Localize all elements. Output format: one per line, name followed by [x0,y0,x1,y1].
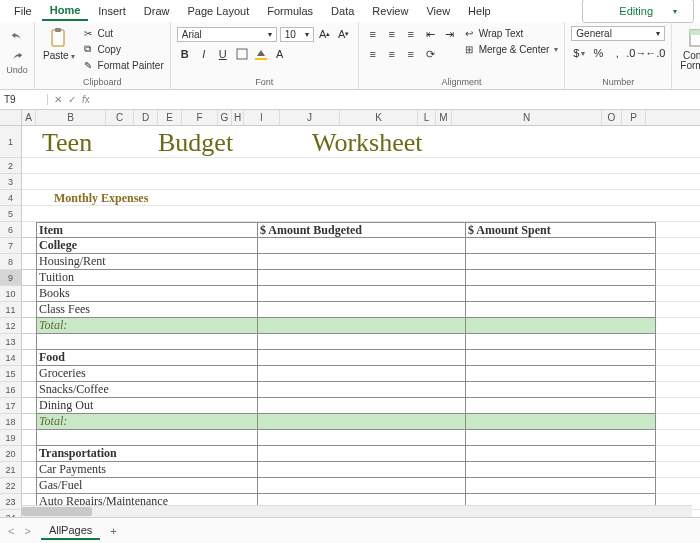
align-center-icon[interactable]: ≡ [384,46,400,62]
col-header-N[interactable]: N [452,110,602,125]
cell-budgeted[interactable] [258,302,466,318]
cell-spent[interactable] [466,254,656,270]
title-row[interactable]: Teen Budget Worksheet [22,126,700,158]
cell-budgeted[interactable] [258,366,466,382]
cell-budgeted[interactable] [258,414,466,430]
col-header-J[interactable]: J [280,110,340,125]
cell-item[interactable]: Gas/Fuel [36,478,258,494]
paste-button[interactable]: Paste [41,26,77,63]
cell-budgeted[interactable] [258,238,466,254]
cell-budgeted[interactable]: $ Amount Budgeted [258,222,466,238]
align-left-icon[interactable]: ≡ [365,46,381,62]
cell-item[interactable]: Total: [36,318,258,334]
sheet-tab[interactable]: AllPages [41,522,100,540]
cell-spent[interactable] [466,414,656,430]
cell-spent[interactable] [466,318,656,334]
increase-decimal-icon[interactable]: .0→ [628,45,644,61]
cell-spent[interactable] [466,286,656,302]
menu-view[interactable]: View [418,2,458,20]
row-header[interactable]: 7 [0,238,22,254]
cell-spent[interactable] [466,398,656,414]
cell-spent[interactable] [466,366,656,382]
align-bottom-icon[interactable]: ≡ [403,26,419,42]
orientation-icon[interactable]: ⟳ [423,46,439,62]
cell-item[interactable]: Groceries [36,366,258,382]
format-painter-button[interactable]: ✎Format Painter [81,58,164,72]
cell-spent[interactable] [466,430,656,446]
row-header[interactable]: 16 [0,382,22,398]
add-sheet-button[interactable]: + [110,525,116,537]
cell-item[interactable]: Tuition [36,270,258,286]
conditional-formatting-button[interactable]: Condit Formatt [678,26,700,73]
col-header-L[interactable]: L [418,110,436,125]
col-header-D[interactable]: D [134,110,158,125]
comma-button[interactable]: , [609,45,625,61]
cell-budgeted[interactable] [258,270,466,286]
row-header[interactable]: 10 [0,286,22,302]
col-header-G[interactable]: G [218,110,232,125]
fx-icon[interactable]: fx [82,94,90,105]
menu-home[interactable]: Home [42,1,89,21]
italic-button[interactable]: I [196,46,212,62]
cell-item[interactable]: Transportation [36,446,258,462]
col-header-M[interactable]: M [436,110,452,125]
menu-file[interactable]: File [6,2,40,20]
menu-insert[interactable]: Insert [90,2,134,20]
cell-budgeted[interactable] [258,334,466,350]
cell-budgeted[interactable] [258,462,466,478]
copy-button[interactable]: ⧉Copy [81,42,164,56]
decrease-font-icon[interactable]: A▾ [336,26,352,42]
menu-data[interactable]: Data [323,2,362,20]
percent-button[interactable]: % [590,45,606,61]
row-header[interactable]: 23 [0,494,22,510]
col-header-B[interactable]: B [36,110,106,125]
cell-spent[interactable] [466,382,656,398]
fill-color-button[interactable] [253,46,269,62]
row-header[interactable]: 18 [0,414,22,430]
increase-font-icon[interactable]: A▴ [317,26,333,42]
menu-review[interactable]: Review [364,2,416,20]
decrease-indent-icon[interactable]: ⇤ [423,26,439,42]
col-header-O[interactable]: O [602,110,622,125]
cell-item[interactable]: Food [36,350,258,366]
increase-indent-icon[interactable]: ⇥ [442,26,458,42]
horizontal-scrollbar[interactable] [22,505,692,517]
section-header[interactable]: Monthly Expenses [22,190,700,206]
cell-budgeted[interactable] [258,350,466,366]
menu-page-layout[interactable]: Page Layout [179,2,257,20]
cell-item[interactable]: Car Payments [36,462,258,478]
underline-button[interactable]: U [215,46,231,62]
cell-item[interactable]: Total: [36,414,258,430]
cell-item[interactable]: Dining Out [36,398,258,414]
cell-item[interactable]: College [36,238,258,254]
cell-item[interactable] [36,430,258,446]
border-button[interactable] [234,46,250,62]
cell-spent[interactable] [466,350,656,366]
row-header[interactable]: 1 [0,126,22,158]
scrollbar-thumb[interactable] [22,507,92,516]
row-header[interactable]: 17 [0,398,22,414]
row-header[interactable]: 13 [0,334,22,350]
number-format-dropdown[interactable]: General▾ [571,26,665,41]
cell-spent[interactable] [466,302,656,318]
row-header[interactable]: 11 [0,302,22,318]
cell-item[interactable]: Class Fees [36,302,258,318]
name-box[interactable]: T9 [0,94,48,105]
select-all-corner[interactable] [0,110,22,125]
cell-budgeted[interactable] [258,318,466,334]
decrease-decimal-icon[interactable]: ←.0 [647,45,663,61]
cell-spent[interactable] [466,462,656,478]
row-header[interactable]: 20 [0,446,22,462]
cell-budgeted[interactable] [258,398,466,414]
row-header[interactable]: 14 [0,350,22,366]
wrap-text-button[interactable]: ↩Wrap Text [462,26,559,40]
row-header[interactable]: 12 [0,318,22,334]
cell-item[interactable] [36,334,258,350]
cell-item[interactable]: Housing/Rent [36,254,258,270]
redo-icon[interactable] [10,50,24,64]
cell-budgeted[interactable] [258,382,466,398]
row-header[interactable]: 22 [0,478,22,494]
cell-spent[interactable] [466,334,656,350]
row-header[interactable]: 6 [0,222,22,238]
cancel-icon[interactable]: ✕ [54,94,62,105]
